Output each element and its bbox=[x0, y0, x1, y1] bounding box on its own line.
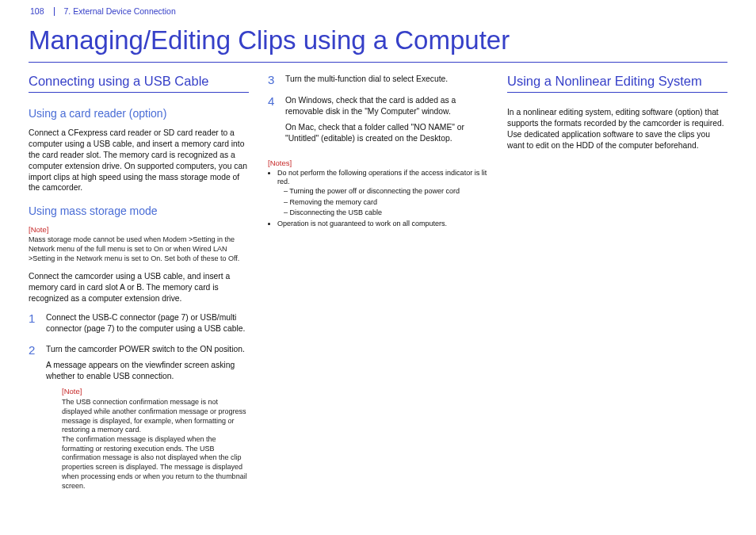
page-number: 108 bbox=[29, 6, 44, 16]
heading-nle: Using a Nonlinear Editing System bbox=[507, 74, 727, 93]
page-title: Managing/Editing Clips using a Computer bbox=[29, 21, 727, 62]
column-3: Using a Nonlinear Editing System In a no… bbox=[507, 74, 727, 508]
list-item: Operation is not guaranteed to work on a… bbox=[277, 220, 488, 229]
step-3: 3 Turn the multi-function dial to select… bbox=[268, 74, 488, 86]
note-text: The USB connection confirmation message … bbox=[62, 398, 249, 491]
body-card-reader: Connect a CFexpress card reader or SD ca… bbox=[29, 128, 249, 193]
column-1: Connecting using a USB Cable Using a car… bbox=[29, 74, 249, 508]
step-2-line-a: Turn the camcorder POWER switch to the O… bbox=[46, 344, 249, 355]
running-header: 108 7. External Device Connection bbox=[29, 0, 727, 21]
step-4: 4 On Windows, check that the card is add… bbox=[268, 95, 488, 149]
heading-usb-cable: Connecting using a USB Cable bbox=[29, 74, 249, 93]
step-body: Connect the USB-C connector (page 7) or … bbox=[46, 312, 249, 334]
heading-card-reader: Using a card reader (option) bbox=[29, 107, 249, 120]
notes-list: Do not perform the following operations … bbox=[268, 169, 488, 229]
list-item: Do not perform the following operations … bbox=[277, 169, 488, 218]
note-mass-storage: [Note] Mass storage mode cannot be used … bbox=[29, 225, 249, 263]
list-item: Turning the power off or disconnecting t… bbox=[284, 187, 488, 197]
step-body: On Windows, check that the card is added… bbox=[285, 95, 488, 149]
title-rule bbox=[29, 62, 727, 63]
header-divider bbox=[54, 7, 55, 16]
step-number: 4 bbox=[268, 95, 279, 149]
step-2: 2 Turn the camcorder POWER switch to the… bbox=[29, 344, 249, 499]
step-body: Turn the multi-function dial to select E… bbox=[285, 74, 488, 86]
body-nle-b: Use dedicated application software to sa… bbox=[507, 129, 727, 151]
column-2: 3 Turn the multi-function dial to select… bbox=[268, 74, 488, 508]
note-text: Mass storage mode cannot be used when Mo… bbox=[29, 235, 249, 263]
section-label: 7. External Device Connection bbox=[64, 6, 176, 16]
notes-label: [Notes] bbox=[268, 159, 488, 167]
step-number: 1 bbox=[29, 312, 40, 334]
step-body: Turn the camcorder POWER switch to the O… bbox=[46, 344, 249, 499]
note-step-2: [Note] The USB connection confirmation m… bbox=[46, 387, 249, 491]
step-1: 1 Connect the USB-C connector (page 7) o… bbox=[29, 312, 249, 334]
note-label: [Note] bbox=[62, 387, 249, 397]
note-label: [Note] bbox=[29, 225, 249, 234]
page: 108 7. External Device Connection Managi… bbox=[0, 0, 756, 524]
step-2-line-b: A message appears on the viewfinder scre… bbox=[46, 360, 249, 382]
list-item: Disconnecting the USB cable bbox=[284, 208, 488, 218]
bullet-text: Do not perform the following operations … bbox=[277, 169, 487, 186]
step-4-line-b: On Mac, check that a folder called "NO N… bbox=[285, 122, 488, 144]
content-columns: Connecting using a USB Cable Using a car… bbox=[29, 74, 727, 508]
step-number: 2 bbox=[29, 344, 40, 499]
list-item: Removing the memory card bbox=[284, 198, 488, 208]
body-mass-storage: Connect the camcorder using a USB cable,… bbox=[29, 271, 249, 304]
step-number: 3 bbox=[268, 74, 279, 86]
sub-list: Turning the power off or disconnecting t… bbox=[277, 187, 488, 218]
heading-mass-storage: Using mass storage mode bbox=[29, 204, 249, 217]
body-nle-a: In a nonlinear editing system, editing s… bbox=[507, 107, 727, 129]
step-4-line-a: On Windows, check that the card is added… bbox=[285, 95, 488, 117]
